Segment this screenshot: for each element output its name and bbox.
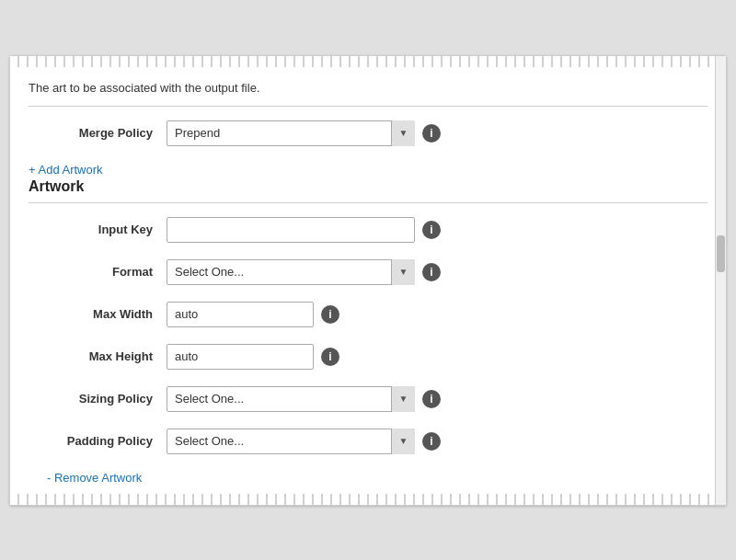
main-panel: The art to be associated with the output… bbox=[9, 55, 727, 506]
max-height-row: Max Height i bbox=[29, 344, 707, 370]
torn-top-edge bbox=[10, 56, 726, 67]
sizing-policy-select-wrapper: Select One... Fit Fill Stretch bbox=[167, 386, 415, 412]
merge-policy-info-icon[interactable]: i bbox=[422, 124, 441, 143]
format-select-wrapper: Select One... JPEG PNG GIF bbox=[167, 259, 415, 285]
input-key-info-icon[interactable]: i bbox=[422, 221, 441, 239]
scrollbar-thumb[interactable] bbox=[717, 235, 725, 272]
merge-policy-row: Merge Policy Prepend Append Replace i bbox=[29, 120, 707, 146]
format-control: Select One... JPEG PNG GIF i bbox=[167, 259, 441, 285]
max-height-field[interactable] bbox=[167, 344, 314, 370]
max-height-label: Max Height bbox=[29, 349, 167, 363]
padding-policy-select-wrapper: Select One... NoPad Pad bbox=[167, 429, 415, 454]
description-text: The art to be associated with the output… bbox=[29, 81, 707, 107]
input-key-row: Input Key i bbox=[29, 217, 707, 243]
sizing-policy-row: Sizing Policy Select One... Fit Fill Str… bbox=[29, 386, 707, 412]
merge-policy-label: Merge Policy bbox=[29, 126, 167, 140]
input-key-label: Input Key bbox=[29, 223, 167, 236]
scrollbar[interactable] bbox=[715, 56, 726, 505]
max-width-field[interactable] bbox=[167, 302, 314, 327]
torn-bottom-edge bbox=[10, 494, 726, 505]
merge-policy-control: Prepend Append Replace i bbox=[167, 120, 441, 146]
format-row: Format Select One... JPEG PNG GIF i bbox=[29, 259, 707, 285]
sizing-policy-select[interactable]: Select One... Fit Fill Stretch bbox=[167, 386, 415, 412]
padding-policy-control: Select One... NoPad Pad i bbox=[167, 429, 441, 454]
format-select[interactable]: Select One... JPEG PNG GIF bbox=[167, 259, 415, 285]
max-width-control: i bbox=[167, 302, 339, 327]
max-height-control: i bbox=[167, 344, 339, 370]
form-content: The art to be associated with the output… bbox=[10, 67, 726, 494]
padding-policy-select[interactable]: Select One... NoPad Pad bbox=[167, 429, 415, 454]
format-label: Format bbox=[29, 265, 167, 279]
input-key-field[interactable] bbox=[167, 217, 415, 243]
artwork-section-title: Artwork bbox=[29, 178, 707, 203]
format-info-icon[interactable]: i bbox=[422, 263, 441, 281]
padding-policy-row: Padding Policy Select One... NoPad Pad i bbox=[29, 429, 707, 454]
remove-artwork-link[interactable]: - Remove Artwork bbox=[47, 471, 707, 485]
max-width-info-icon[interactable]: i bbox=[321, 305, 339, 324]
sizing-policy-control: Select One... Fit Fill Stretch i bbox=[167, 386, 441, 412]
merge-policy-select[interactable]: Prepend Append Replace bbox=[167, 120, 415, 146]
merge-policy-select-wrapper: Prepend Append Replace bbox=[167, 120, 415, 146]
max-height-info-icon[interactable]: i bbox=[321, 348, 339, 366]
max-width-label: Max Width bbox=[29, 307, 167, 321]
input-key-control: i bbox=[167, 217, 441, 243]
max-width-row: Max Width i bbox=[29, 302, 707, 327]
sizing-policy-info-icon[interactable]: i bbox=[422, 390, 441, 408]
padding-policy-label: Padding Policy bbox=[29, 434, 167, 448]
add-artwork-link[interactable]: + Add Artwork bbox=[29, 163, 707, 177]
padding-policy-info-icon[interactable]: i bbox=[422, 432, 441, 451]
sizing-policy-label: Sizing Policy bbox=[29, 392, 167, 406]
